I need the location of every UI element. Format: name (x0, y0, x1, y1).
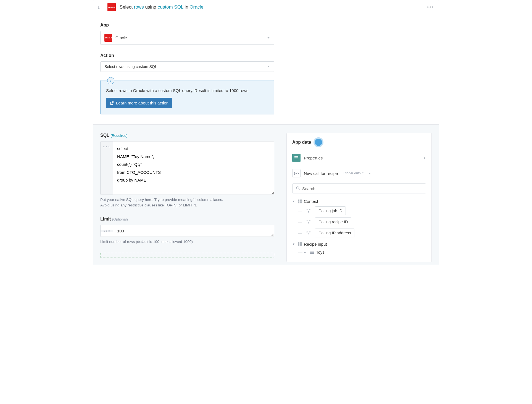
search-box[interactable] (292, 183, 426, 193)
app-data-title: App data (292, 140, 311, 145)
chevron-down-icon (267, 37, 270, 39)
object-icon (298, 200, 302, 203)
collapse-icon[interactable]: ▼ (292, 200, 296, 203)
pill-row: — A B C Calling recipe ID (292, 216, 426, 227)
object-icon (298, 242, 302, 246)
expand-icon[interactable]: ▸ (304, 251, 308, 254)
list-icon (292, 154, 301, 162)
list-icon (310, 251, 314, 254)
toys-item[interactable]: — ▸ Toys (292, 248, 426, 256)
drop-zone[interactable] (100, 253, 274, 258)
step-title: Select rows using custom SQL in Oracle (120, 4, 204, 10)
chevron-down-icon (267, 66, 270, 67)
svg-line-0 (112, 101, 113, 103)
chevron-right-icon: ▸ (424, 156, 426, 160)
custom-sql-link[interactable]: custom SQL (158, 4, 183, 10)
svg-point-1 (297, 187, 299, 189)
oracle-app-icon: ORACLE (104, 34, 112, 42)
limit-label: Limit (Optional) (100, 217, 274, 222)
search-icon (296, 186, 300, 191)
rows-link[interactable]: rows (134, 4, 144, 10)
recipe-input-group[interactable]: ▼ Recipe input (292, 240, 426, 248)
step-header[interactable]: 1 ORACLE Select rows using custom SQL in… (93, 0, 439, 14)
info-icon: i (107, 77, 114, 84)
app-data-panel: App data Properties ▸ {w} New call for r… (286, 133, 432, 262)
text-type-icon: A B C (305, 219, 312, 224)
collapse-icon[interactable]: ▼ (292, 243, 296, 246)
optional-badge: (Optional) (112, 217, 128, 221)
search-input[interactable] (302, 186, 422, 191)
trigger-output-label: Trigger output (343, 171, 363, 175)
context-group[interactable]: ▼ Context (292, 197, 426, 205)
svg-line-2 (299, 189, 299, 190)
learn-more-button[interactable]: Learn more about this action (106, 98, 172, 108)
required-badge: (Required) (110, 133, 127, 138)
properties-row[interactable]: Properties ▸ (292, 151, 426, 164)
chevron-down-icon[interactable]: ▼ (368, 172, 371, 175)
pill-row: — A B C Calling job ID (292, 205, 426, 216)
sql-textarea[interactable] (113, 141, 274, 195)
oracle-link[interactable]: Oracle (189, 4, 203, 10)
info-text: Select rows in Oracle with a custom SQL … (106, 88, 268, 93)
oracle-app-icon: ORACLE (107, 3, 116, 11)
dash-icon: — (298, 220, 302, 224)
resize-handle-icon[interactable]: ◢ (271, 232, 274, 237)
app-select-value: Oracle (115, 36, 127, 40)
more-options-icon[interactable]: ••• (427, 4, 434, 10)
limit-helper: Limit number of rows (default is 100, ma… (100, 239, 274, 245)
step-number: 1 (98, 5, 100, 9)
sql-label: SQL (Required) (100, 133, 274, 138)
dash-icon: — (298, 250, 302, 255)
recipe-call-row[interactable]: {w} New call for recipe Trigger output ▼ (292, 167, 426, 180)
sql-helper: Put your native SQL query here. Try to p… (100, 197, 274, 208)
pill-row: — A B C Calling IP address (292, 227, 426, 238)
text-type-icon: A B C (305, 208, 312, 213)
datapill-calling-job-id[interactable]: Calling job ID (315, 206, 346, 215)
text-type-icon: A B C (101, 141, 113, 195)
number-type-icon: 1 2 3 (101, 230, 113, 232)
datapill-calling-recipe-id[interactable]: Calling recipe ID (315, 217, 351, 226)
limit-input-wrap: 1 2 3 ◢ (100, 225, 274, 237)
info-banner: i Select rows in Oracle with a custom SQ… (100, 80, 274, 114)
dash-icon: — (298, 209, 302, 213)
action-select[interactable]: Select rows using custom SQL (100, 61, 274, 72)
config-section: App ORACLE Oracle Action Select rows usi… (93, 14, 439, 125)
limit-input[interactable] (113, 225, 271, 237)
app-select[interactable]: ORACLE Oracle (100, 31, 274, 45)
action-select-value: Select rows using custom SQL (104, 64, 157, 69)
text-type-icon: A B C (305, 230, 312, 235)
datapill-calling-ip-address[interactable]: Calling IP address (315, 229, 354, 237)
sql-input-wrap: A B C (100, 141, 274, 195)
external-link-icon (110, 101, 114, 105)
fields-section: SQL (Required) A B C Put your native SQL… (93, 125, 439, 265)
dash-icon: — (298, 231, 302, 235)
app-label: App (100, 23, 432, 28)
workato-icon: {w} (292, 169, 301, 177)
action-label: Action (100, 53, 432, 58)
pulse-icon (315, 139, 322, 146)
